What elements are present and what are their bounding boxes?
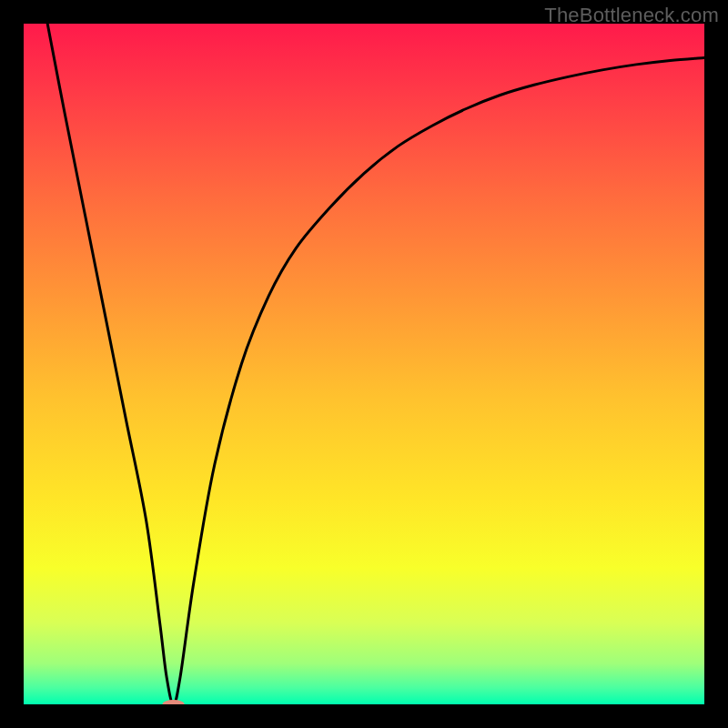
chart-background [24,24,704,704]
chart-plot [24,24,704,704]
chart-frame [24,24,704,704]
watermark-text: TheBottleneck.com [544,4,719,27]
